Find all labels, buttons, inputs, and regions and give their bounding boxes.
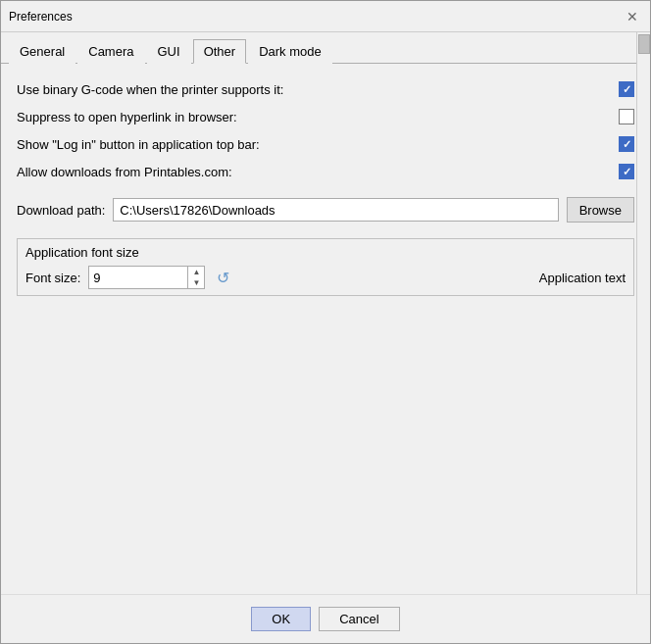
scrollbar[interactable] xyxy=(636,32,650,594)
checkbox-row-show-login: Show "Log in" button in application top … xyxy=(17,134,634,154)
font-size-row: Font size: ▲ ▼ ↺ Application text xyxy=(25,266,626,289)
download-path-row: Download path: Browse xyxy=(17,197,634,223)
ok-button[interactable]: OK xyxy=(251,607,311,631)
preferences-window: Preferences ✕ General Camera GUI Other D… xyxy=(0,0,651,644)
suppress-hyperlink-checkbox[interactable] xyxy=(619,109,634,124)
close-button[interactable]: ✕ xyxy=(623,7,642,26)
scrollbar-thumb[interactable] xyxy=(638,34,650,54)
show-login-checkbox[interactable] xyxy=(619,136,634,152)
font-size-spinner: ▲ ▼ xyxy=(88,266,205,289)
spinner-arrows: ▲ ▼ xyxy=(187,267,204,288)
tab-gui[interactable]: GUI xyxy=(147,39,191,64)
titlebar: Preferences ✕ xyxy=(1,1,650,32)
checkbox-row-suppress-hyperlink: Suppress to open hyperlink in browser: xyxy=(17,107,634,126)
window-title: Preferences xyxy=(9,10,73,24)
tab-camera[interactable]: Camera xyxy=(77,39,144,64)
checkbox-row-binary-gcode: Use binary G-code when the printer suppo… xyxy=(17,79,634,99)
download-path-input[interactable] xyxy=(113,198,558,222)
checkbox-row-allow-downloads: Allow downloads from Printables.com: xyxy=(17,162,634,181)
allow-downloads-label: Allow downloads from Printables.com: xyxy=(17,165,232,179)
font-size-section-label: Application font size xyxy=(25,245,626,260)
font-size-label: Font size: xyxy=(25,271,80,285)
spinner-up-button[interactable]: ▲ xyxy=(188,267,204,277)
spinner-down-button[interactable]: ▼ xyxy=(188,277,204,288)
suppress-hyperlink-label: Suppress to open hyperlink in browser: xyxy=(17,110,237,124)
cancel-button[interactable]: Cancel xyxy=(319,607,399,631)
tabs-bar: General Camera GUI Other Dark mode xyxy=(1,32,650,64)
font-size-section: Application font size Font size: ▲ ▼ ↺ A… xyxy=(17,238,634,296)
download-path-label: Download path: xyxy=(17,203,105,218)
binary-gcode-label: Use binary G-code when the printer suppo… xyxy=(17,82,283,97)
tab-general[interactable]: General xyxy=(9,39,75,64)
reset-font-size-button[interactable]: ↺ xyxy=(213,269,233,287)
font-size-input[interactable] xyxy=(89,267,187,288)
binary-gcode-checkbox[interactable] xyxy=(619,81,634,97)
show-login-label: Show "Log in" button in application top … xyxy=(17,137,260,152)
app-text-preview: Application text xyxy=(241,271,626,285)
allow-downloads-checkbox[interactable] xyxy=(619,164,634,179)
content-area: Use binary G-code when the printer suppo… xyxy=(1,64,650,594)
tab-dark-mode[interactable]: Dark mode xyxy=(248,39,332,64)
browse-button[interactable]: Browse xyxy=(567,197,634,223)
footer-bar: OK Cancel xyxy=(1,594,650,643)
tab-other[interactable]: Other xyxy=(193,39,247,64)
